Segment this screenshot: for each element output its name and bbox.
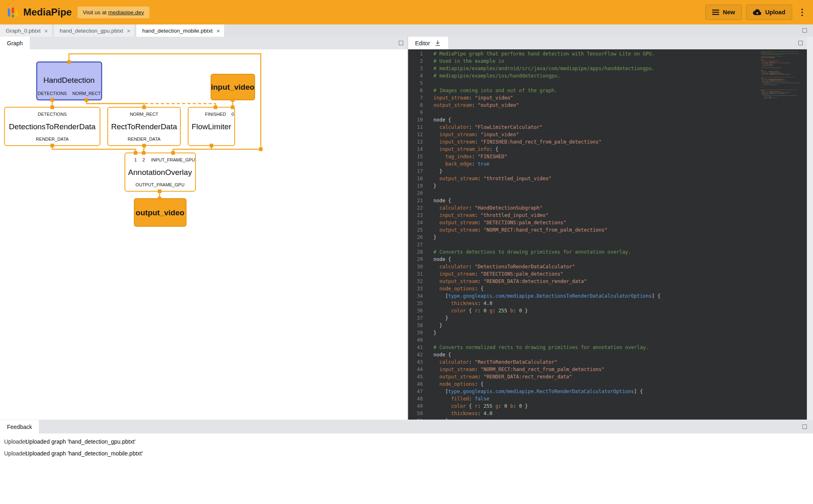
code-line: 4# mediapipie/examples/ios/handdetection…: [408, 72, 760, 80]
feedback-source: Uploader: [0, 438, 25, 445]
visit-link[interactable]: mediapipe.dev: [108, 9, 144, 15]
node-title: RectToRenderData: [111, 122, 177, 131]
code-line: 30 calculator: "DetectionsToRenderDataCa…: [408, 263, 760, 270]
feedback-row: Uploader Uploaded graph 'hand_detection_…: [0, 435, 813, 447]
code-line: 27: [408, 241, 760, 248]
code-line: 51 }: [408, 417, 760, 420]
header-actions: New Upload ⋮: [705, 4, 808, 20]
code-editor[interactable]: 1# MediaPipe graph that performs hand de…: [408, 49, 807, 420]
code-line: 13 input_stream: "FINISHED:hand_rect_fro…: [408, 138, 760, 146]
node-title: FlowLimiter: [191, 122, 231, 131]
minimap[interactable]: # MediaPipe graph that performs hand det…: [761, 51, 802, 420]
code-line: 31 input_stream: "DETECTIONS:palm_detect…: [408, 270, 760, 278]
edge-detrender-overlay: [52, 146, 136, 153]
code-line: 34 [type.googleapis.com/mediapipe.Detect…: [408, 292, 760, 300]
close-tab-icon[interactable]: ×: [127, 28, 131, 34]
code-line: 43 calculator: "RectToRenderDataCalculat…: [408, 358, 760, 366]
node-title: AnnotationOverlay: [128, 168, 192, 177]
code-line: 32 output_stream: "RENDER_DATA:detection…: [408, 278, 760, 285]
code-line: 20: [408, 190, 760, 197]
port-label: OUTPUT_FRAME_GPU: [136, 182, 184, 187]
download-icon[interactable]: [434, 40, 441, 46]
node-annotation-overlay[interactable]: 1 2 INPUT_FRAME_GPU AnnotationOverlay OU…: [125, 153, 195, 191]
node-detections-to-render-data[interactable]: DETECTIONS DetectionsToRenderData RENDER…: [4, 107, 100, 146]
port-label: RENDER_DATA: [36, 137, 69, 141]
code-line: 7input_stream: "input_video": [408, 94, 760, 102]
code-line: 50 thickness: 4.0: [408, 410, 760, 417]
expand-window-icon[interactable]: [802, 28, 807, 33]
code-line: 40: [408, 336, 760, 344]
code-line: 11 calculator: "FlowLimiterCalculator": [408, 124, 760, 131]
new-menu-icon: [712, 9, 719, 15]
port-label: DETECTIONS: [38, 91, 67, 96]
node-output-video[interactable]: output_video: [134, 199, 186, 226]
code-line: 6# Images coming into and out of the gra…: [408, 87, 760, 94]
code-line: 49 color { r: 255 g: 0 b: 0 }: [408, 402, 760, 410]
graph-canvas[interactable]: HandDetection DETECTIONS NORM_RECT input…: [0, 49, 407, 420]
document-tab-bar: Graph_0.pbtxt × hand_detection_gpu.pbtxt…: [0, 24, 813, 37]
code-line: 33 node_options: {: [408, 285, 760, 292]
code-line: 10node {: [408, 116, 760, 124]
visit-link-chip[interactable]: Visit us at mediapipe.dev: [78, 7, 149, 18]
tab-graph-view[interactable]: Graph: [0, 37, 30, 49]
new-button[interactable]: New: [705, 4, 742, 20]
tab-label: hand_detection_mobile.pbtxt: [142, 28, 213, 34]
feedback-log: Uploader Uploaded graph 'hand_detection_…: [0, 433, 813, 504]
code-line: 46 node_options: {: [408, 380, 760, 388]
editor-panel-header: Editor: [408, 37, 807, 49]
port-label: NORM_RECT: [72, 91, 101, 96]
code-line: 16 back_edge: true: [408, 160, 760, 168]
tab-editor-view[interactable]: Editor: [408, 37, 448, 49]
graph-panel-header: Graph: [0, 37, 407, 49]
feedback-tab-label: Feedback: [7, 424, 32, 430]
code-line: 44 input_stream: "NORM_RECT:hand_rect_fr…: [408, 366, 760, 373]
new-button-label: New: [723, 9, 735, 15]
edge-backedge-finished: [87, 104, 215, 107]
more-options-button[interactable]: ⋮: [796, 4, 808, 20]
code-editor-lines[interactable]: 1# MediaPipe graph that performs hand de…: [408, 50, 760, 420]
close-tab-icon[interactable]: ×: [44, 28, 48, 34]
code-line: 38 }: [408, 322, 760, 329]
code-line: 48 filled: false: [408, 395, 760, 402]
node-hand-detection[interactable]: HandDetection DETECTIONS NORM_RECT: [37, 62, 102, 100]
tab-hand-detection-gpu-pbtxt[interactable]: hand_detection_gpu.pbtxt ×: [54, 24, 134, 37]
feedback-row: Uploader Uploaded graph 'hand_detection_…: [0, 447, 813, 459]
code-line: 9: [408, 109, 760, 116]
node-input-video[interactable]: input_video: [211, 74, 255, 100]
visit-prefix: Visit us at: [83, 9, 107, 15]
code-line: 15 tag_index: "FINISHED": [408, 153, 760, 160]
port-label: DETECTIONS: [38, 112, 67, 117]
node-rect-to-render-data[interactable]: NORM_RECT RectToRenderData RENDER_DATA: [108, 107, 180, 146]
code-line: 14 input_stream_info: {: [408, 146, 760, 153]
upload-cloud-icon: [753, 9, 762, 15]
upload-button[interactable]: Upload: [746, 4, 792, 20]
code-line: 19}: [408, 182, 760, 190]
code-line: 45 output_stream: "RENDER_DATA:rect_rend…: [408, 373, 760, 380]
expand-editor-panel-icon[interactable]: [798, 41, 803, 45]
code-line: 29node {: [408, 256, 760, 263]
code-line: 8output_stream: "output_video": [408, 102, 760, 109]
code-line: 1# MediaPipe graph that performs hand de…: [408, 50, 760, 57]
close-tab-icon[interactable]: ×: [216, 28, 220, 34]
node-title: DetectionsToRenderData: [9, 122, 96, 131]
node-title: input_video: [211, 83, 255, 91]
port-label: RENDER_DATA: [128, 137, 161, 141]
tab-hand-detection-mobile-pbtxt[interactable]: hand_detection_mobile.pbtxt ×: [136, 24, 224, 37]
upload-button-label: Upload: [765, 9, 785, 15]
feedback-message: Uploaded graph 'hand_detection_gpu.pbtxt…: [25, 438, 136, 445]
code-line: 22 calculator: "HandDetectionSubgraph": [408, 204, 760, 212]
expand-feedback-panel-icon[interactable]: [802, 424, 807, 429]
code-line: 25 output_stream: "NORM_RECT:hand_rect_f…: [408, 226, 760, 234]
node-title: output_video: [136, 208, 184, 217]
node-flow-limiter[interactable]: FINISHED 0 FlowLimiter: [188, 107, 235, 146]
graph-tab-label: Graph: [7, 40, 23, 46]
expand-graph-panel-icon[interactable]: [399, 41, 403, 45]
code-line: 42node {: [408, 351, 760, 358]
edge-flowlimiter-overlay: [173, 146, 211, 153]
tab-graph-0-pbtxt[interactable]: Graph_0.pbtxt ×: [0, 24, 52, 37]
tab-label: Graph_0.pbtxt: [6, 28, 41, 34]
tab-feedback[interactable]: Feedback: [0, 420, 39, 433]
feedback-message: Uploaded graph 'hand_detection_mobile.pb…: [25, 450, 143, 457]
code-line: 18 output_stream: "throttled_input_video…: [408, 175, 760, 182]
code-line: 23 input_stream: "throttled_input_video": [408, 212, 760, 219]
